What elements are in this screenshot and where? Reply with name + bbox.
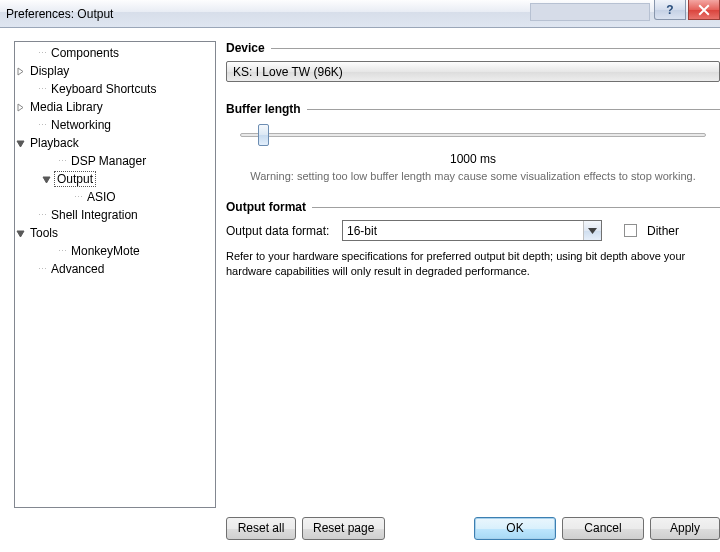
preferences-window: Preferences: Output ? ⋯Components Displa… xyxy=(0,0,720,552)
slider-track xyxy=(240,133,706,137)
tree-item-media[interactable]: Media Library xyxy=(28,100,105,114)
background-ghost-box xyxy=(530,3,650,21)
slider-thumb[interactable] xyxy=(258,124,269,146)
category-tree[interactable]: ⋯Components Display ⋯Keyboard Shortcuts … xyxy=(14,41,216,508)
buffer-value: 1000 ms xyxy=(226,152,720,166)
output-data-format-dropdown[interactable]: 16-bit xyxy=(342,220,602,241)
dither-label: Dither xyxy=(647,224,679,238)
cancel-button[interactable]: Cancel xyxy=(562,517,644,540)
collapse-icon[interactable] xyxy=(15,228,26,239)
tree-item-keyboard[interactable]: Keyboard Shortcuts xyxy=(49,82,158,96)
window-title: Preferences: Output xyxy=(6,7,113,21)
help-icon: ? xyxy=(666,3,673,17)
tree-item-networking[interactable]: Networking xyxy=(49,118,113,132)
help-button[interactable]: ? xyxy=(654,0,686,20)
ok-button[interactable]: OK xyxy=(474,517,556,540)
divider xyxy=(271,48,720,49)
tree-item-tools[interactable]: Tools xyxy=(28,226,60,240)
expand-icon[interactable] xyxy=(15,66,26,77)
buffer-warning: Warning: setting too low buffer length m… xyxy=(226,170,720,182)
reset-all-button[interactable]: Reset all xyxy=(226,517,296,540)
close-icon xyxy=(698,4,710,16)
tree-item-advanced[interactable]: Advanced xyxy=(49,262,106,276)
buffer-heading: Buffer length xyxy=(226,102,301,116)
device-dropdown[interactable]: KS: I Love TW (96K) xyxy=(226,61,720,82)
buffer-slider[interactable] xyxy=(240,122,706,150)
button-bar: Reset all Reset page OK Cancel Apply xyxy=(226,514,720,542)
tree-item-components[interactable]: Components xyxy=(49,46,121,60)
tree-item-display[interactable]: Display xyxy=(28,64,71,78)
collapse-icon[interactable] xyxy=(15,138,26,149)
close-button[interactable] xyxy=(688,0,720,20)
tree-item-playback[interactable]: Playback xyxy=(28,136,81,150)
content-pane: Device KS: I Love TW (96K) Buffer length… xyxy=(226,41,720,508)
apply-button[interactable]: Apply xyxy=(650,517,720,540)
output-data-format-label: Output data format: xyxy=(226,224,336,238)
output-format-heading: Output format xyxy=(226,200,306,214)
tree-item-shell[interactable]: Shell Integration xyxy=(49,208,140,222)
tree-item-output[interactable]: Output xyxy=(54,171,96,187)
titlebar[interactable]: Preferences: Output ? xyxy=(0,0,720,28)
divider xyxy=(312,207,720,208)
tree-item-asio[interactable]: ASIO xyxy=(85,190,118,204)
output-format-info: Refer to your hardware specifications fo… xyxy=(226,249,720,279)
divider xyxy=(307,109,720,110)
tree-item-dsp[interactable]: DSP Manager xyxy=(69,154,148,168)
device-heading: Device xyxy=(226,41,265,55)
dither-checkbox[interactable] xyxy=(624,224,637,237)
tree-item-monkey[interactable]: MonkeyMote xyxy=(69,244,142,258)
expand-icon[interactable] xyxy=(15,102,26,113)
device-value: KS: I Love TW (96K) xyxy=(233,65,343,79)
chevron-down-icon xyxy=(583,221,601,240)
reset-page-button[interactable]: Reset page xyxy=(302,517,385,540)
output-data-format-value: 16-bit xyxy=(347,224,377,238)
collapse-icon[interactable] xyxy=(41,174,52,185)
